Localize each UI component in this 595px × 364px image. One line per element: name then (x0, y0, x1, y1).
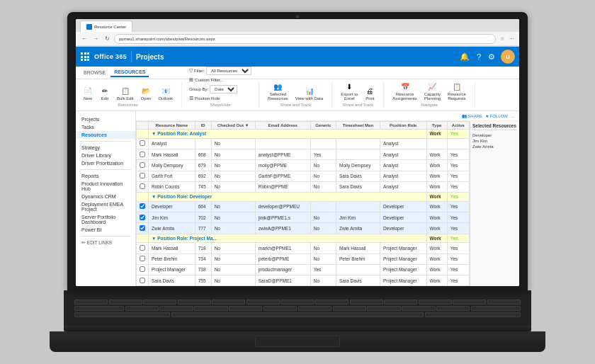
question-icon[interactable]: ? (475, 51, 482, 62)
cell-email: zwieA@PPME1 (255, 223, 310, 234)
more-button[interactable]: … (511, 114, 515, 118)
row-checkbox[interactable] (140, 162, 145, 168)
bell-icon[interactable]: 🔔 (458, 51, 471, 63)
group-header-developer: ▼ Position Role: Developer Work Yes (137, 192, 470, 201)
col-id[interactable]: ID (195, 122, 211, 130)
tab-browse[interactable]: BROWSE (80, 69, 109, 76)
open-button[interactable]: 📂 Open (138, 84, 154, 102)
sidebar-item-driver-prioritization[interactable]: Driver Prioritization (76, 159, 135, 167)
new-button[interactable]: 📄 New (80, 84, 96, 102)
cell-position-role: Analyst (380, 181, 426, 192)
office-label: Office 365 (94, 53, 127, 60)
cell-checked-out: No (211, 160, 255, 171)
key (125, 306, 159, 311)
back-button[interactable]: ← (80, 35, 89, 43)
share-button[interactable]: 👥 SHARE (462, 113, 482, 118)
row-checkbox[interactable] (140, 183, 145, 189)
row-checkbox[interactable] (140, 245, 145, 251)
app-content: Office 365 Projects 🔔 ? ⚙ U BROWSE RESOU… (76, 47, 519, 286)
col-email[interactable]: Email Address (255, 122, 310, 130)
sidebar-item-resources[interactable]: Resources (76, 131, 135, 139)
row-checkbox[interactable] (140, 278, 145, 283)
tab-resources[interactable]: RESOURCES (110, 68, 149, 77)
table-row[interactable]: Peter Brehm 734 No peterb@PPME No Peter … (137, 254, 470, 264)
waffle-dot (84, 52, 86, 55)
outlook-button[interactable]: 📧 Outlook (155, 84, 176, 102)
export-excel-btn[interactable]: ⬇ Export toExcel (338, 80, 361, 102)
group-by-select[interactable]: Date (210, 85, 237, 93)
col-position-role[interactable]: Position Role (380, 122, 426, 130)
capacity-planning-btn[interactable]: 📈 CapacityPlanning (421, 80, 443, 102)
user-avatar[interactable]: U (501, 50, 515, 64)
cell-name: Sara Davis (149, 275, 196, 286)
table-row[interactable]: Project Manager 738 No productmanager Ye… (137, 264, 470, 275)
cell-active: Yes (447, 243, 469, 254)
browser-chrome: Resource Center ← → ↻ ppmeu1.sharepoint.… (76, 19, 519, 47)
star-icon[interactable]: ☆ (499, 35, 506, 42)
col-checked-out[interactable]: Checked Out ▼ (211, 122, 255, 130)
follow-button[interactable]: ★ FOLLOW (485, 113, 508, 118)
table-row-selected[interactable]: Jim Kim 702 No jimk@PPME1.s No Jim Kim D… (137, 212, 470, 223)
sidebar-item-driver-library[interactable]: Driver Library (76, 152, 135, 159)
browser-tab-active[interactable]: Resource Center (80, 21, 132, 32)
row-checkbox[interactable] (140, 173, 145, 178)
bulk-edit-button[interactable]: 📋 Bulk Edit (114, 84, 137, 102)
settings-icon[interactable]: ⋯ (508, 35, 515, 42)
cell-position-role: Analyst (380, 160, 426, 171)
table-row-selected[interactable]: Developer 664 No developer@PPMEU Develop… (137, 201, 470, 212)
sidebar-item-strategy[interactable]: Strategy (76, 144, 135, 152)
table-row[interactable]: Analyst No Analyst (137, 138, 470, 149)
sidebar-item-deployment[interactable]: Deployment EMEA Project (76, 200, 135, 213)
cell-timesheet (336, 149, 380, 160)
export-excel-icon: ⬇ (344, 81, 354, 91)
sidebar-item-server[interactable]: Server Portfolio Dashboard (76, 213, 135, 226)
custom-filter-btn[interactable]: ⊞ Custom Filter... (188, 76, 253, 84)
sidebar-item-tasks[interactable]: Tasks (76, 123, 135, 131)
table-row[interactable]: Molly Dempsey 679 No molly@PPME No Molly… (137, 160, 470, 171)
row-checkbox[interactable] (140, 225, 145, 231)
sidebar-item-powerbi[interactable]: Power BI (76, 226, 135, 234)
print-btn[interactable]: 🖨 Print (362, 84, 378, 102)
row-checkbox[interactable] (140, 152, 145, 157)
row-checkbox[interactable] (140, 140, 145, 146)
table-row[interactable]: Mark Hassall 668 No analyst@PPME Yes Ana… (137, 149, 470, 160)
sidebar-item-reports[interactable]: Reports (76, 172, 135, 180)
cell-active: Yes (447, 254, 469, 264)
selected-item-1: Developer (472, 132, 517, 138)
forward-button[interactable]: → (91, 35, 100, 43)
col-type[interactable]: Type (426, 122, 447, 130)
row-checkbox[interactable] (140, 256, 145, 261)
gear-icon[interactable]: ⚙ (487, 51, 497, 63)
edit-links-button[interactable]: ✏ EDIT LINKS (76, 239, 135, 247)
col-active[interactable]: Active (447, 122, 469, 130)
row-checkbox[interactable] (140, 266, 145, 272)
filter-select[interactable]: All Resources (206, 67, 251, 75)
table-row[interactable]: Garth Fort 692 No GarthF@PPME No Sara Da… (137, 171, 470, 181)
capacity-planning-icon: 📈 (427, 81, 437, 91)
sidebar-item-innovation[interactable]: Product Innovation Hub (76, 180, 135, 193)
row-checkbox[interactable] (140, 203, 145, 209)
position-role-btn[interactable]: ☰ Position Role (188, 95, 253, 102)
row-checkbox[interactable] (140, 215, 145, 220)
resource-requests-btn[interactable]: 📋 ResourceRequests (445, 80, 469, 102)
refresh-button[interactable]: ↻ (103, 35, 111, 43)
sidebar-item-dynamics[interactable]: Dynamics CRM (76, 193, 135, 200)
keyboard (64, 290, 531, 325)
table-row[interactable]: Sara Davis 755 No SaraD@PPME1 No Sara Da… (137, 275, 470, 286)
resource-assignments-btn[interactable]: 📅 ResourceAssignments (390, 80, 419, 102)
view-with-data-btn[interactable]: 📊 View with Data (293, 84, 327, 102)
address-input[interactable]: ppmeu1.sharepoint.com/sites/pwa/Resource… (114, 34, 496, 44)
sidebar-item-projects[interactable]: Projects (76, 115, 135, 123)
selected-resources-btn[interactable]: 👥 SelectedResources (265, 80, 291, 102)
cell-position-role: Developer (380, 223, 426, 234)
table-row[interactable]: Mark Hassall 718 No markh@PPME1 No Mark … (137, 243, 470, 254)
col-timesheet[interactable]: Timesheet Man (336, 122, 380, 130)
col-generic[interactable]: Generic (310, 122, 336, 130)
cell-type: Work (426, 243, 447, 254)
edit-button[interactable]: ✏ Edit (97, 84, 113, 102)
table-row[interactable]: Robin Counts 745 No Robin@PPME No Sara D… (137, 181, 470, 192)
touchpad[interactable] (255, 336, 340, 347)
waffle-icon[interactable] (80, 52, 90, 62)
table-row-selected[interactable]: Zwie Arnita 777 No zwieA@PPME1 No Zwie A… (137, 223, 470, 234)
col-resource-name[interactable]: Resource Name (149, 122, 196, 130)
